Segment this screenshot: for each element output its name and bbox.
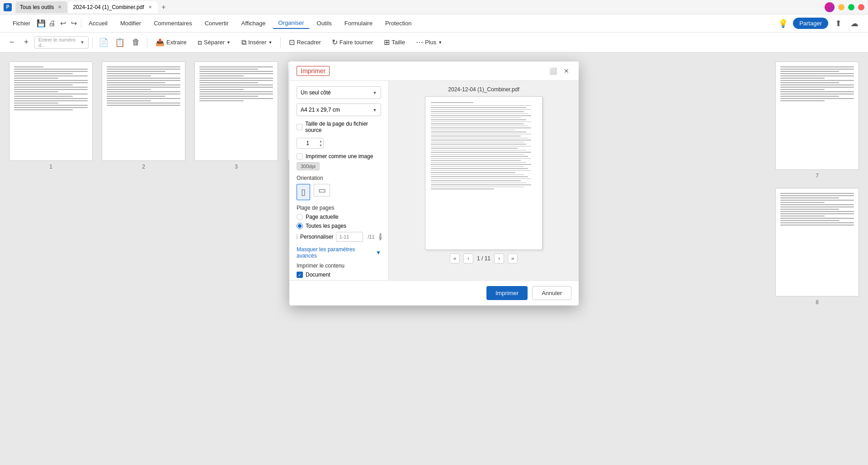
maximize-button[interactable]: +	[848, 4, 854, 10]
custom-range-input[interactable]	[336, 232, 363, 242]
preview-title: 2024-12-04 (1)_Combiner.pdf	[448, 86, 519, 93]
preview-next-button[interactable]: ›	[494, 254, 504, 263]
copies-input[interactable]: 1 ▲ ▼	[297, 138, 324, 149]
custom-total: /11	[368, 234, 374, 240]
save-icon[interactable]: 💾	[36, 18, 47, 29]
source-size-group: Taille de la page du fichier source	[297, 121, 381, 133]
upload-icon[interactable]: ⬆	[832, 17, 844, 30]
light-bulb-icon[interactable]: 💡	[777, 17, 789, 30]
advanced-arrow-icon: ▼	[376, 249, 381, 256]
zoom-in-button[interactable]: +	[20, 36, 33, 49]
dialog-close-button[interactable]: ✕	[561, 66, 571, 76]
page-icon-2[interactable]: 📋	[113, 35, 127, 50]
nav-outils[interactable]: Outils	[311, 18, 337, 28]
minimize-button[interactable]: −	[838, 4, 844, 10]
extract-icon: 📤	[156, 38, 165, 47]
current-page-radio[interactable]	[297, 214, 303, 220]
landscape-orientation-button[interactable]: ▭	[314, 184, 330, 197]
cancel-button[interactable]: Annuler	[532, 286, 571, 300]
tab-pdf-close[interactable]: ✕	[147, 4, 153, 10]
source-size-checkbox[interactable]	[297, 124, 302, 130]
current-page-radio-row[interactable]: Page actuelle	[297, 214, 381, 220]
paper-group: A4 21 x 29,7 cm ▼	[297, 103, 381, 116]
tab-all-tools-close[interactable]: ✕	[57, 4, 63, 10]
share-button[interactable]: Partager	[793, 18, 828, 29]
dialog-overlay: Imprimer ⬜ ✕ Un seul côté ▼	[0, 52, 868, 465]
more-button[interactable]: ⋯ Plus ▼	[411, 36, 447, 48]
size-button[interactable]: ⊞ Taille	[379, 36, 410, 48]
close-button[interactable]: ✕	[858, 4, 864, 10]
preview-page-separator: /	[481, 255, 485, 262]
print-icon[interactable]: 🖨	[47, 18, 57, 29]
preview-last-button[interactable]: »	[508, 254, 518, 263]
copies-value: 1	[297, 140, 318, 146]
nav-affichage[interactable]: Affichage	[236, 18, 271, 28]
copies-arrows: ▲ ▼	[318, 139, 323, 147]
nav-modifier[interactable]: Modifier	[115, 18, 146, 28]
preview-total-pages: 11	[485, 255, 491, 262]
custom-radio[interactable]	[297, 234, 297, 240]
titlebar: P Tous les outils ✕ 2024-12-04 (1)_Combi…	[0, 0, 868, 14]
paper-select[interactable]: A4 21 x 29,7 cm ▼	[297, 103, 381, 116]
advanced-toggle[interactable]: Masquer les paramètres avancés ▼	[297, 246, 381, 259]
cloud-icon[interactable]: ☁	[848, 17, 861, 30]
custom-label: Personnaliser	[300, 234, 333, 240]
custom-info-icon[interactable]: ?	[379, 233, 382, 240]
current-page-label: Page actuelle	[306, 214, 339, 220]
print-as-image-checkbox[interactable]	[297, 153, 303, 160]
page-range-label: Plage de pages	[297, 205, 381, 211]
document-label: Document	[306, 272, 330, 278]
rotate-icon: ↻	[332, 38, 338, 47]
dialog-header: Imprimer ⬜ ✕	[289, 61, 579, 81]
page-range-group: Plage de pages Page actuelle Toutes les …	[297, 205, 381, 242]
titlebar-left: P	[4, 3, 12, 11]
paper-selected-label: A4 21 x 29,7 cm	[301, 107, 340, 113]
delete-icon[interactable]: 🗑	[129, 35, 143, 50]
tab-all-tools[interactable]: Tous les outils ✕	[15, 1, 67, 13]
copies-up-arrow[interactable]: ▲	[318, 139, 323, 143]
copies-down-arrow[interactable]: ▼	[318, 143, 323, 147]
dialog-left-panel: Un seul côté ▼ A4 21 x 29,7 cm ▼ Taille	[289, 81, 389, 280]
nav-protection[interactable]: Protection	[380, 18, 417, 28]
all-pages-radio[interactable]	[297, 223, 303, 229]
all-pages-radio-row[interactable]: Toutes les pages	[297, 223, 381, 229]
preview-first-button[interactable]: «	[450, 254, 460, 263]
copies-group: 1 ▲ ▼	[297, 138, 381, 149]
redo-icon[interactable]: ↪	[68, 18, 79, 29]
portrait-orientation-button[interactable]: ▯	[297, 184, 310, 200]
print-as-image-row[interactable]: Imprimer comme une image	[297, 153, 381, 160]
print-button[interactable]: Imprimer	[486, 286, 528, 300]
split-button[interactable]: ⧈ Séparer ▼	[193, 37, 235, 48]
sides-group: Un seul côté ▼	[297, 86, 381, 99]
undo-icon[interactable]: ↩	[57, 18, 68, 29]
source-size-checkbox-row[interactable]: Taille de la page du fichier source	[297, 121, 381, 133]
recrop-button[interactable]: ⊡ Recadrer	[284, 36, 325, 48]
extract-button[interactable]: 📤 Extraire	[151, 36, 191, 48]
more-icon: ⋯	[416, 38, 423, 47]
nav-accueil[interactable]: Accueil	[83, 18, 113, 28]
tab-add-button[interactable]: +	[159, 2, 169, 12]
more-arrow: ▼	[438, 40, 442, 45]
document-checkbox-row[interactable]: ✓ Document	[297, 272, 381, 278]
menu-fichier[interactable]: Fichier	[7, 18, 36, 28]
document-checkbox[interactable]: ✓	[297, 272, 303, 278]
custom-range-radio-row[interactable]: Personnaliser /11 ?	[297, 232, 381, 242]
insert-arrow: ▼	[268, 40, 272, 45]
nav-formulaire[interactable]: Formulaire	[339, 18, 378, 28]
nav-commentaires[interactable]: Commentaires	[148, 18, 198, 28]
sides-select[interactable]: Un seul côté ▼	[297, 86, 381, 99]
tab-pdf-file[interactable]: 2024-12-04 (1)_Combiner.pdf ✕	[68, 1, 157, 13]
nav-convertir[interactable]: Convertir	[199, 18, 234, 28]
rotate-button[interactable]: ↻ Faire tourner	[327, 36, 377, 48]
sides-arrow-icon: ▼	[373, 90, 377, 95]
nav-organiser[interactable]: Organiser	[273, 18, 309, 29]
page-icon-1[interactable]: 📄	[96, 35, 111, 50]
insert-button[interactable]: ⧉ Insérer ▼	[237, 37, 277, 48]
page-number-input[interactable]: Entrer le numéro d... ▼	[34, 36, 89, 49]
preview-prev-button[interactable]: ‹	[463, 254, 473, 263]
tab-pdf-file-label: 2024-12-04 (1)_Combiner.pdf	[73, 4, 144, 10]
profile-icon[interactable]	[825, 2, 835, 12]
dpi-badge[interactable]: 300dpi	[297, 162, 320, 170]
dialog-restore-button[interactable]: ⬜	[548, 66, 558, 76]
zoom-out-button[interactable]: −	[5, 36, 18, 49]
